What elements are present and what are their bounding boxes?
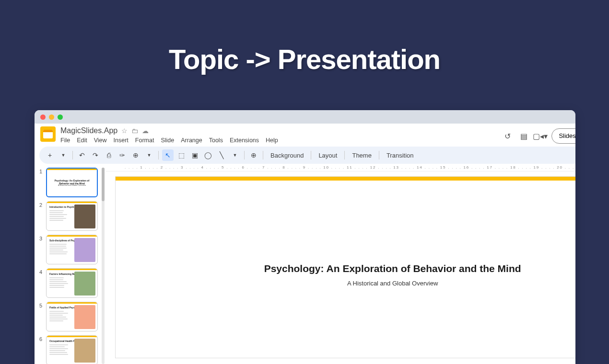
slide-title[interactable]: Psychology: An Exploration of Behavior a…	[116, 263, 575, 274]
undo-icon[interactable]: ↶	[76, 149, 88, 161]
slide-thumbnail[interactable]: Fields of Applied Psychology	[46, 302, 98, 331]
slide-thumbnail[interactable]: Psychology: An Exploration of Behavior a…	[46, 168, 98, 197]
toolbar: + ▼ ↶ ↷ ⎙ ✑ ⊕ ▼ ↖ ⬚ ▣ ◯ ╲ ▼ ⊕ Background	[39, 147, 575, 164]
hero-title: Topic -> Presentation	[0, 0, 609, 75]
star-icon[interactable]: ☆	[121, 127, 128, 135]
slide-panel: 1Psychology: An Exploration of Behavior …	[35, 164, 102, 364]
menu-view[interactable]: View	[94, 137, 107, 144]
redo-icon[interactable]: ↷	[90, 149, 101, 161]
app-window: MagicSlides.App ☆ 🗀 ☁ File Edit View Ins…	[35, 110, 575, 364]
menu-arrange[interactable]: Arrange	[181, 137, 202, 144]
new-slide-icon[interactable]: +	[44, 149, 56, 161]
slideshow-button[interactable]: Slideshow ▼	[551, 128, 575, 144]
slide-number: 3	[39, 235, 43, 264]
zoom-icon[interactable]: ⊕	[130, 149, 141, 161]
slide-canvas[interactable]: Psychology: An Exploration of Behavior a…	[115, 176, 575, 358]
canvas-area: . . . . 1 . . . . 2 . . . . 3 . . . . 4 …	[105, 164, 575, 364]
history-icon[interactable]: ↺	[503, 131, 512, 141]
slide-subtitle[interactable]: A Historical and Global Overview	[116, 280, 575, 287]
window-titlebar	[35, 110, 575, 124]
ruler-horizontal: . . . . 1 . . . . 2 . . . . 3 . . . . 4 …	[105, 164, 575, 171]
document-title[interactable]: MagicSlides.App	[60, 126, 117, 135]
menu-help[interactable]: Help	[266, 137, 278, 144]
maximize-window-icon[interactable]	[58, 114, 63, 120]
menu-insert[interactable]: Insert	[114, 137, 129, 144]
paint-format-icon[interactable]: ✑	[117, 149, 128, 161]
slide-number: 6	[39, 335, 43, 364]
background-button[interactable]: Background	[267, 152, 307, 159]
slide-thumbnail[interactable]: Sub-disciplines of Psychology	[46, 235, 98, 264]
slide-panel-scrollbar[interactable]	[102, 168, 105, 364]
menu-format[interactable]: Format	[135, 137, 154, 144]
menu-file[interactable]: File	[60, 137, 70, 144]
menu-extensions[interactable]: Extensions	[230, 137, 259, 144]
meet-icon[interactable]: ▢◂▾	[535, 131, 545, 141]
chevron-down-icon[interactable]: ▼	[58, 149, 69, 161]
slide-number: 4	[39, 268, 43, 298]
menu-slide[interactable]: Slide	[161, 137, 174, 144]
slide-accent-bar	[116, 177, 575, 181]
layout-button[interactable]: Layout	[315, 152, 341, 159]
textbox-icon[interactable]: ⬚	[176, 149, 187, 161]
line-icon[interactable]: ╲	[216, 149, 227, 161]
theme-button[interactable]: Theme	[348, 152, 375, 159]
chevron-down-icon[interactable]: ▼	[229, 149, 241, 161]
menu-bar: File Edit View Insert Format Slide Arran…	[60, 137, 503, 144]
chevron-down-icon[interactable]: ▼	[143, 149, 155, 161]
cloud-status-icon: ☁	[142, 127, 149, 135]
shape-icon[interactable]: ◯	[202, 149, 214, 161]
select-tool-icon[interactable]: ↖	[162, 149, 174, 161]
minimize-window-icon[interactable]	[49, 114, 54, 120]
slide-thumbnail[interactable]: Occupational Health Psychology	[46, 335, 98, 364]
move-folder-icon[interactable]: 🗀	[131, 127, 138, 135]
slide-number: 5	[39, 302, 43, 331]
menu-edit[interactable]: Edit	[77, 137, 87, 144]
slide-number: 1	[39, 168, 43, 197]
comment-icon[interactable]: ⊕	[248, 149, 259, 161]
slide-thumbnail[interactable]: Factors Influencing Behavior	[46, 268, 98, 298]
comments-icon[interactable]: ▤	[519, 131, 528, 141]
menu-tools[interactable]: Tools	[209, 137, 223, 144]
slide-thumbnail[interactable]: Introduction to Psychology	[46, 201, 98, 231]
close-window-icon[interactable]	[40, 114, 46, 120]
image-icon[interactable]: ▣	[189, 149, 200, 161]
print-icon[interactable]: ⎙	[103, 149, 115, 161]
slide-number: 2	[39, 201, 43, 231]
transition-button[interactable]: Transition	[383, 152, 418, 159]
slides-logo-icon	[40, 126, 56, 142]
